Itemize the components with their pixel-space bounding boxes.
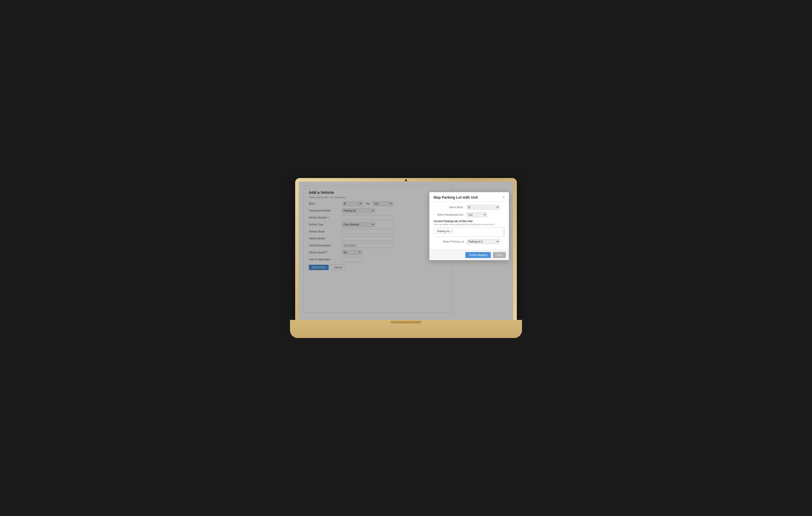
modal-header: Map Parking Lot with Unit × [430, 192, 509, 202]
screen: Add a Vehicle Fields marked with * are m… [299, 182, 513, 321]
laptop-base [290, 320, 522, 338]
modal-footer: Create Mapping Close [430, 250, 509, 260]
parking-lot-tag-label: Parking lot [437, 230, 449, 233]
modal-select-block-label: Select Block : [434, 206, 465, 209]
current-parking-note: (You can delete these parking lots by cl… [434, 223, 505, 226]
modal-title: Map Parking Lot with Unit [434, 195, 478, 199]
close-modal-button[interactable]: Close [493, 252, 506, 258]
modal-close-button[interactable]: × [503, 195, 505, 199]
modal-select-parking-lot-row: Select Parking Lot: Parking lot 2Parking… [434, 239, 505, 244]
modal-select-parking-lot-label: Select Parking Lot: [434, 240, 465, 243]
modal-residential-unit-select[interactable]: 112111113 [467, 212, 487, 217]
parking-lot-box: Parking lot × [434, 227, 505, 237]
modal-overlay: Map Parking Lot with Unit × Select Block… [299, 182, 513, 321]
create-mapping-button[interactable]: Create Mapping [465, 252, 491, 258]
modal-parking-lot-select[interactable]: Parking lot 2Parking lot 1Parking lot 3 [467, 239, 500, 244]
current-parking-section: Current Parking lots of this Unit (You c… [434, 220, 505, 237]
parking-lot-remove-icon[interactable]: × [450, 230, 452, 233]
laptop: Add a Vehicle Fields marked with * are m… [290, 178, 522, 338]
parking-lot-tag: Parking lot × [435, 229, 454, 234]
modal-body: Select Block : BAC Select Residential Un… [430, 202, 509, 250]
modal-select-block-row: Select Block : BAC [434, 205, 505, 210]
map-parking-modal: Map Parking Lot with Unit × Select Block… [429, 192, 509, 260]
webcam [405, 179, 407, 181]
laptop-body: Add a Vehicle Fields marked with * are m… [295, 178, 517, 323]
modal-residential-unit-row: Select Residential Unit : 112111113 [434, 212, 505, 217]
scrollbar [502, 228, 504, 236]
modal-block-select[interactable]: BAC [467, 205, 500, 210]
laptop-hinge [390, 321, 422, 324]
current-parking-title: Current Parking lots of this Unit [434, 220, 505, 223]
modal-residential-unit-label: Select Residential Unit : [434, 213, 465, 216]
